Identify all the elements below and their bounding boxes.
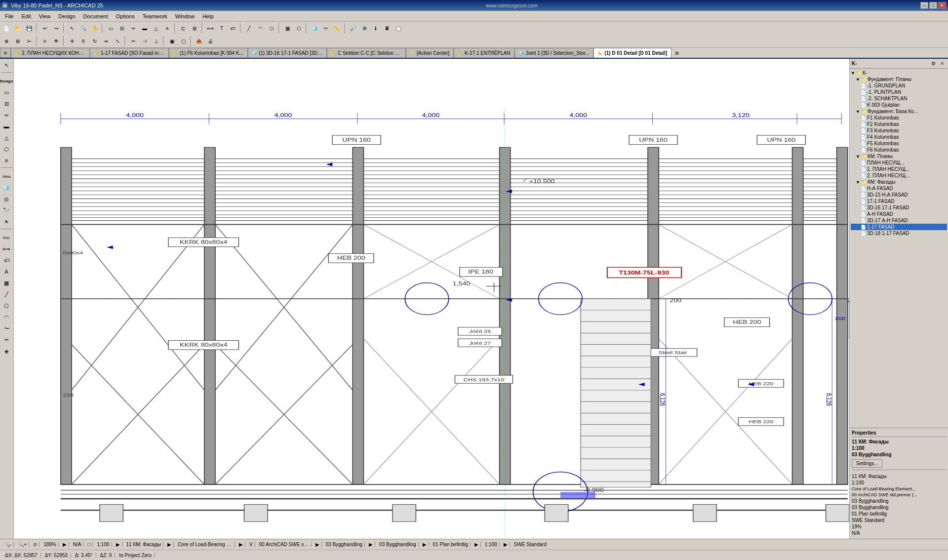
tab-8[interactable]: 📐(1) D 01 Detail [D 01 Detail] [593,48,672,58]
find-btn[interactable]: 🔎 [348,23,358,34]
tool-poly[interactable]: ⬠ [1,300,12,311]
tree-item-na-fasad[interactable]: 📄 Н-А FASAD [851,185,947,192]
tool-roof[interactable]: △ [1,132,12,143]
tab-0[interactable]: 📐2. ПЛАН НЕСУЩИХ КОНС... [11,48,90,58]
bygg2-display[interactable]: 03 Bygghandling [377,542,419,547]
tree-item-grundplan[interactable]: 📄 -1. GRUNDPLAN [851,82,947,89]
tool-dim[interactable]: ⟺ [1,243,12,254]
ungroup-btn[interactable]: ▢ [178,36,189,46]
tree-item-fundament-baza[interactable]: ▼ 📁 Фундамент: База Ко... [851,108,947,115]
swe-display[interactable]: SWE Standard [512,542,549,547]
section-btn[interactable]: ✂ [320,23,331,34]
extend-btn[interactable]: ⊣ [139,36,150,46]
layer-expand[interactable]: ▶ [165,542,174,547]
rotate-btn[interactable]: ↻ [89,36,100,46]
layer-btn[interactable]: ≡ [40,36,50,46]
print-btn[interactable]: 🖨 [205,36,216,46]
tool-arc[interactable]: ◠ [1,312,12,322]
slab-tool[interactable]: ▬ [139,23,150,34]
tool-slab[interactable]: ▬ [1,121,12,132]
tree-item-plan-2[interactable]: 📄 1. ПЛАН НЕСУЩ... [851,166,947,172]
tree-item-plintplan[interactable]: 📄 -1. PLINTPLAN [851,89,947,95]
select-button[interactable]: ↖ [67,23,78,34]
beam-tool[interactable]: ═ [128,23,139,34]
project-zero-btn[interactable]: to Project Zero [116,553,155,558]
redo-button[interactable]: ↪ [51,23,62,34]
dim-tool[interactable]: ⟺ [205,23,216,34]
tool-select[interactable]: ↖ [1,60,12,71]
fit-btn[interactable]: ⊙ [31,542,40,547]
tool-fill[interactable]: ▦ [1,278,12,288]
pennor-display[interactable]: 00 ArchiCAD SWE std.p... [257,542,312,547]
tab-6[interactable]: 📐K-27.1 ENTRÉPLAN [454,48,514,58]
move-btn[interactable]: ✛ [67,36,78,46]
trim-btn[interactable]: ✂ [128,36,139,46]
zoom-button[interactable]: 🔍 [78,23,89,34]
tool-orbit[interactable]: ◎ [1,194,12,204]
line-tool[interactable]: ╱ [243,23,254,34]
visibility-btn[interactable]: 👁 [51,36,62,46]
tool-stair[interactable]: ≡ [1,155,12,166]
label-tool[interactable]: 🏷 [228,23,238,34]
roof-tool[interactable]: △ [151,23,161,34]
tab-1[interactable]: 📐1-17 FASAD [SO Fasad mot... [90,48,169,58]
menu-help[interactable]: Help [198,12,218,20]
tool-line[interactable]: ╱ [1,289,12,300]
poly-tool[interactable]: ⬡ [266,23,277,34]
tree-item-171-fasad[interactable]: 📄 17-1 FASAD [851,198,947,204]
menu-edit[interactable]: Edit [18,12,35,20]
3d-btn[interactable]: 🧊 [309,23,320,34]
mirror-btn[interactable]: ⇔ [101,36,112,46]
core-expand[interactable]: ▶ [237,542,245,547]
plan-expand[interactable]: ▶ [473,542,481,547]
morph-tool[interactable]: ⬠ [293,23,304,34]
bygg1-expand[interactable]: ▶ [367,542,375,547]
tool-document[interactable]: Doc [1,232,12,243]
menu-document[interactable]: Document [79,12,112,20]
tab-2[interactable]: 📐(1) F6 Kolumnbas [K 004 K... [169,48,248,58]
tab-overflow-btn[interactable]: » [672,48,682,58]
maximize-button[interactable]: □ [929,2,937,9]
tab-list-btn[interactable]: ≡ [0,48,11,58]
tree-item-plan-1[interactable]: 📄 ПЛАН НЕСУЩ... [851,160,947,166]
zoom-out-btn[interactable]: 🔍- [2,542,14,547]
tab-3[interactable]: 🧊(1) 3D-16 17-1 FASAD [3D-1... [248,48,327,58]
schedule-btn[interactable]: 📋 [393,23,404,34]
menu-teamwork[interactable]: Teamwork [139,12,171,20]
group-btn[interactable]: ▣ [166,36,177,46]
tree-item-3d16-fasad[interactable]: 📄 3D-16 17-1 FASAD [851,204,947,211]
stair-tool[interactable]: ≡ [162,23,173,34]
menu-window[interactable]: Window [171,12,198,20]
scale-expand[interactable]: ▶ [114,542,122,547]
scale-btn[interactable]: ⤡ [112,36,123,46]
arc-tool[interactable]: ◠ [255,23,266,34]
publish-btn[interactable]: 📤 [194,36,204,46]
tree-item-f6[interactable]: 📄 F6 Kolumnbas [851,147,947,153]
tool-wall[interactable]: ▭ [1,87,12,98]
tab-4[interactable]: 📐C Sektion C-C [C Sektion C-... [327,48,406,58]
tree-item-root[interactable]: ▼ 📁 К- [851,70,947,76]
menu-view[interactable]: View [35,12,55,20]
tool-navigate[interactable]: 🔭 [1,205,12,216]
scale2-expand[interactable]: ▶ [502,542,510,547]
tree-item-km-fasad[interactable]: ▼ 📁 КМ: Фасады [851,179,947,185]
split-btn[interactable]: ⊥ [151,36,161,46]
tree-item-3d15-fasad[interactable]: 📄 3D-15 Н-А FASAD [851,192,947,198]
pennor-expand[interactable]: ▶ [314,542,322,547]
tool-cut[interactable]: ✂ [1,334,12,345]
tree-item-schaktplan[interactable]: 📄 -2. SCHAKTPLAN [851,95,947,102]
undo-button[interactable]: ↩ [40,23,50,34]
window-tool[interactable]: ⊞ [189,23,200,34]
zoom-expand-btn[interactable]: ▶ [61,542,69,547]
tree-item-f5[interactable]: 📄 F5 Kolumnbas [851,140,947,147]
plan-display[interactable]: 01 Plan befintlig [431,542,471,547]
menu-options[interactable]: Options [112,12,139,20]
tool-object[interactable]: ◈ [1,346,12,357]
tree-item-f2[interactable]: 📄 F2 Kolumnbas [851,121,947,127]
tree-item-f1[interactable]: 📄 F1 Kolumnbas [851,115,947,121]
scale2-display[interactable]: 1:100 [483,542,500,547]
bygg1-display[interactable]: 03 Bygghandling [324,542,365,547]
core-display[interactable]: Core of Load-Bearing E... [176,542,235,547]
pan-button[interactable]: ✋ [89,23,100,34]
calc-btn[interactable]: 🖩 [382,23,393,34]
